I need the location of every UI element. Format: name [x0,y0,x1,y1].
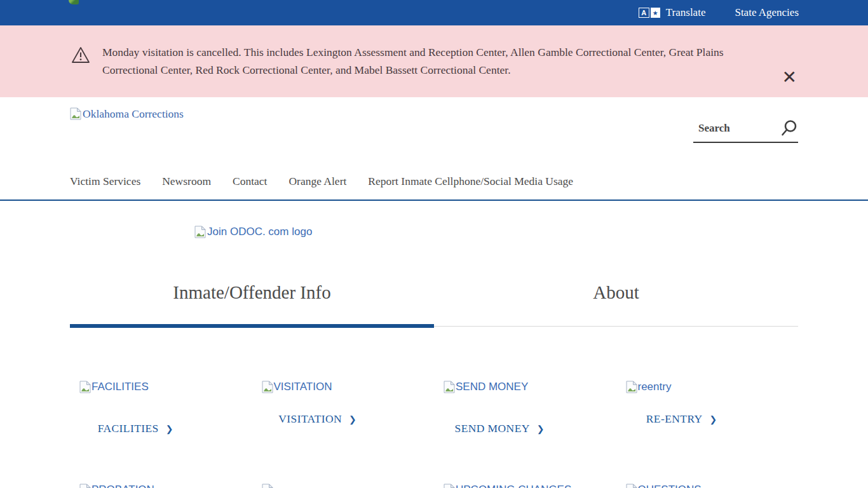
chevron-right-icon: ❯ [710,415,717,424]
card-unlabeled-image-link[interactable] [252,484,435,488]
site-header: Oklahoma Corrections Victim Services New… [0,97,868,201]
active-tab-indicator [70,324,434,328]
facilities-link[interactable]: FACILITIES❯ [70,422,201,435]
tab-bar: Inmate/Offender Info About [70,282,798,324]
card-image-alt-text: FACILITIES [92,381,149,393]
card-image-alt-text: VISITATION [274,381,332,393]
send-money-link-label: SEND MONEY [455,422,530,435]
broken-image-icon [444,484,455,488]
translate-icon-letter: A [639,8,649,18]
card-probation-parole-image-link[interactable]: PROBATION & PAROLE [70,484,252,488]
nav-item-victim-services[interactable]: Victim Services [70,175,140,188]
site-logo-alt-text: Oklahoma Corrections [83,107,184,121]
broken-image-icon [262,484,273,488]
card-send-money-image-link[interactable]: SEND MONEY [434,381,616,396]
translate-icon: A ★ [639,8,660,18]
card-re-entry: reentry RE-ENTRY❯ [616,381,799,435]
translate-label: Translate [666,6,706,19]
card-grid-row2: PROBATION & PAROLE [70,484,798,488]
search-box [693,119,798,143]
card-image-alt-text: SEND MONEY [456,381,528,393]
site-logo-link[interactable]: Oklahoma Corrections [70,107,184,123]
tab-inmate-offender-info[interactable]: Inmate/Offender Info [70,282,434,324]
warning-icon [71,46,90,66]
broken-image-icon [444,381,455,396]
tab-underline [70,324,798,328]
nav-item-report-cellphone[interactable]: Report Inmate Cellphone/Social Media Usa… [368,175,573,188]
card-image-alt-text: UPCOMING CHANGES [456,484,571,488]
state-logo-partial-icon [69,0,79,4]
chevron-right-icon: ❯ [166,424,173,434]
broken-image-icon [626,381,637,396]
card-upcoming-changes-image-link[interactable]: UPCOMING CHANGES [434,484,616,488]
broken-image-icon [626,484,637,488]
card-send-money: SEND MONEY SEND MONEY❯ [434,381,616,435]
search-input[interactable] [693,122,780,139]
card-re-entry-image-link[interactable]: reentry [616,381,799,396]
re-entry-link-label: RE-ENTRY [646,412,703,425]
re-entry-link[interactable]: RE-ENTRY❯ [616,412,748,426]
close-icon[interactable]: ✕ [782,69,797,86]
search-icon [780,119,798,137]
chevron-right-icon: ❯ [349,415,356,424]
translate-button[interactable]: A ★ Translate [639,6,706,19]
card-image-alt-text: reentry [638,381,672,393]
search-button[interactable] [780,119,798,142]
send-money-link[interactable]: SEND MONEY❯ [434,422,566,435]
card-probation-parole: PROBATION & PAROLE [70,484,252,488]
nav-item-orange-alert[interactable]: Orange Alert [288,175,346,188]
card-visitation-image-link[interactable]: VISITATION [252,381,435,396]
chevron-right-icon: ❯ [537,424,545,434]
facilities-link-label: FACILITIES [98,422,159,435]
card-questions: QUESTIONS [616,484,799,488]
card-facilities: FACILITIES FACILITIES❯ [70,381,252,435]
card-questions-image-link[interactable]: QUESTIONS [616,484,799,488]
nav-item-contact[interactable]: Contact [233,175,267,188]
state-agencies-link[interactable]: State Agencies [735,6,799,19]
card-unlabeled [252,484,435,488]
broken-image-icon [79,381,91,396]
broken-image-icon [70,107,81,123]
card-visitation: VISITATION VISITATION❯ [252,381,435,435]
visitation-link-label: VISITATION [278,412,342,425]
join-odoc-logo-link[interactable]: Join ODOC. com logo [194,226,312,241]
main-navigation: Victim Services Newsroom Contact Orange … [70,175,573,188]
broken-image-icon [262,381,273,396]
visitation-link[interactable]: VISITATION❯ [252,412,384,426]
broken-image-icon [194,226,206,241]
inactive-tab-divider [434,326,798,327]
card-image-alt-text: PROBATION & PAROLE [92,484,158,488]
alert-banner: Monday visitation is cancelled. This inc… [0,25,868,97]
card-grid-row1: FACILITIES FACILITIES❯ VISITATION VISITA… [70,381,798,435]
translate-icon-star: ★ [651,8,660,18]
top-utility-bar: A ★ Translate State Agencies [0,0,868,25]
broken-image-icon [79,484,91,488]
alert-message: Monday visitation is cancelled. This inc… [102,44,750,79]
join-odoc-logo-alt-text: Join ODOC. com logo [207,226,312,238]
tab-about[interactable]: About [434,282,798,324]
main-content: Join ODOC. com logo Inmate/Offender Info… [0,201,868,488]
card-upcoming-changes: UPCOMING CHANGES [434,484,616,488]
nav-item-newsroom[interactable]: Newsroom [162,175,211,188]
card-image-alt-text: QUESTIONS [638,484,702,488]
card-facilities-image-link[interactable]: FACILITIES [70,381,252,396]
